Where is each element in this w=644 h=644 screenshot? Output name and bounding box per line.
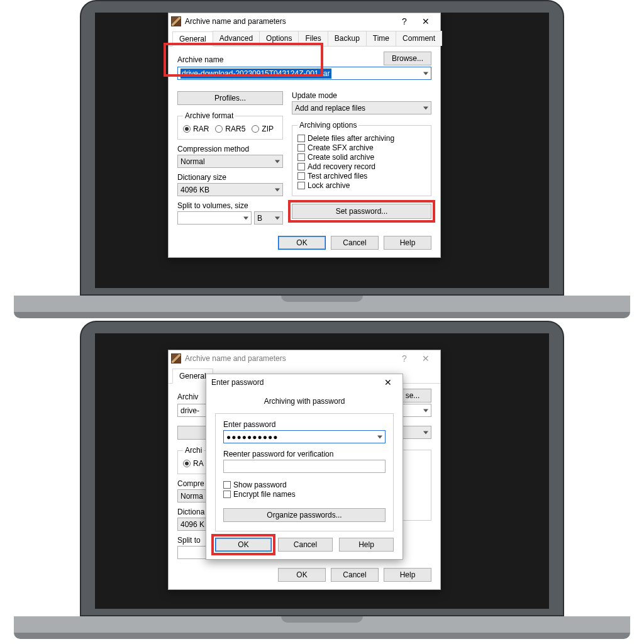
chevron-down-icon — [243, 216, 248, 219]
tab-strip: General Advanced Options Files Backup Ti… — [169, 30, 440, 47]
check-solid[interactable]: Create solid archive — [297, 153, 426, 162]
help-button[interactable]: Help — [384, 236, 431, 250]
archive-name-value: drive-download-20230915T043124Z-001.rar — [180, 69, 331, 79]
laptop-base-bottom — [14, 633, 630, 639]
check-show-password[interactable]: Show password — [223, 480, 386, 489]
check-encrypt-filenames[interactable]: Encrypt file names — [223, 490, 386, 499]
password-input[interactable]: ●●●●●●●●●● — [223, 430, 386, 443]
check-sfx[interactable]: Create SFX archive — [297, 143, 426, 152]
chevron-down-icon — [275, 188, 280, 191]
password-heading: Archiving with password — [215, 393, 394, 413]
chevron-down-icon[interactable] — [377, 435, 382, 438]
winrar-icon — [171, 16, 181, 26]
cancel-button[interactable]: Cancel — [331, 568, 379, 582]
set-password-button[interactable]: Set password... — [292, 204, 431, 219]
archive-params-dialog: Archive name and parameters ? ✕ General … — [168, 13, 441, 258]
tab-comment[interactable]: Comment — [396, 31, 442, 46]
laptop-mockup-top: Archive name and parameters ? ✕ General … — [14, 0, 630, 318]
laptop-base — [14, 296, 630, 312]
winrar-icon — [171, 353, 181, 364]
archive-format-label: Archi — [183, 446, 204, 455]
browse-button[interactable]: Browse... — [384, 52, 431, 65]
chevron-down-icon — [275, 216, 280, 219]
update-mode-dropdown[interactable]: Add and replace files — [292, 101, 431, 114]
split-label: Split to volumes, size — [177, 201, 283, 210]
radio-rar[interactable]: RAR — [183, 125, 209, 133]
laptop-bezel: Archive name and parameters ? ✕ General … — [80, 0, 564, 296]
chevron-down-icon — [275, 160, 280, 163]
cancel-button[interactable]: Cancel — [331, 236, 379, 250]
tab-options[interactable]: Options — [259, 31, 299, 46]
split-size-input[interactable] — [177, 211, 252, 225]
radio-zip[interactable]: ZIP — [252, 125, 274, 133]
laptop-base — [14, 616, 630, 633]
help-button[interactable]: Help — [339, 538, 394, 552]
chevron-down-icon — [423, 409, 428, 412]
help-icon[interactable]: ? — [394, 352, 415, 365]
dictionary-label: Dictionary size — [177, 173, 283, 182]
reenter-password-label: Reenter password for verification — [223, 450, 386, 458]
enter-password-dialog: Enter password ✕ Archiving with password… — [206, 374, 403, 560]
update-mode-label: Update mode — [292, 91, 431, 100]
close-icon[interactable]: ✕ — [377, 375, 399, 389]
help-button[interactable]: Help — [384, 568, 431, 582]
compression-dropdown[interactable]: Normal — [177, 155, 283, 168]
tab-general[interactable]: General — [172, 31, 213, 47]
dialog-title: Enter password — [209, 378, 377, 387]
archiving-options-label: Archiving options — [297, 121, 358, 130]
compression-label: Compression method — [177, 145, 283, 153]
check-lock[interactable]: Lock archive — [297, 181, 426, 190]
laptop-bezel: Archive name and parameters ? ✕ General … — [80, 321, 564, 616]
check-delete-after[interactable]: Delete files after archiving — [297, 134, 426, 143]
laptop-screen: Archive name and parameters ? ✕ General … — [95, 333, 549, 609]
check-recovery[interactable]: Add recovery record — [297, 162, 426, 171]
tab-time[interactable]: Time — [366, 31, 396, 46]
profiles-button[interactable]: Profiles... — [177, 91, 283, 105]
titlebar: Archive name and parameters ? ✕ — [169, 13, 440, 30]
close-icon[interactable]: ✕ — [415, 14, 436, 28]
reenter-password-input[interactable] — [223, 460, 386, 473]
chevron-down-icon[interactable] — [423, 72, 428, 75]
dictionary-dropdown[interactable]: 4096 KB — [177, 183, 283, 196]
archive-format-label: Archive format — [183, 111, 235, 120]
tab-advanced[interactable]: Advanced — [213, 31, 260, 46]
organize-passwords-button[interactable]: Organize passwords... — [223, 508, 386, 522]
check-test[interactable]: Test archived files — [297, 172, 426, 180]
ok-button[interactable]: OK — [278, 568, 326, 582]
chevron-down-icon — [423, 106, 428, 109]
titlebar: Enter password ✕ — [206, 374, 402, 391]
ok-button[interactable]: OK — [278, 236, 326, 250]
cancel-button[interactable]: Cancel — [278, 538, 333, 552]
split-unit-dropdown[interactable]: B — [254, 211, 283, 225]
close-icon[interactable]: ✕ — [415, 352, 436, 365]
enter-password-label: Enter password — [223, 420, 386, 429]
laptop-base-bottom — [14, 312, 630, 318]
tab-backup[interactable]: Backup — [328, 31, 367, 46]
archive-name-input[interactable]: drive-download-20230915T043124Z-001.rar — [177, 67, 431, 80]
laptop-screen: Archive name and parameters ? ✕ General … — [95, 13, 549, 288]
titlebar: Archive name and parameters ? ✕ — [169, 350, 440, 367]
archive-name-label: Archive name — [177, 55, 379, 64]
ok-button[interactable]: OK — [215, 538, 272, 552]
dialog-title: Archive name and parameters — [185, 354, 394, 363]
laptop-mockup-bottom: Archive name and parameters ? ✕ General … — [14, 321, 630, 639]
tab-files[interactable]: Files — [298, 31, 328, 46]
radio-rar5[interactable]: RAR5 — [215, 125, 245, 133]
dialog-title: Archive name and parameters — [185, 17, 394, 26]
help-icon[interactable]: ? — [394, 14, 415, 28]
